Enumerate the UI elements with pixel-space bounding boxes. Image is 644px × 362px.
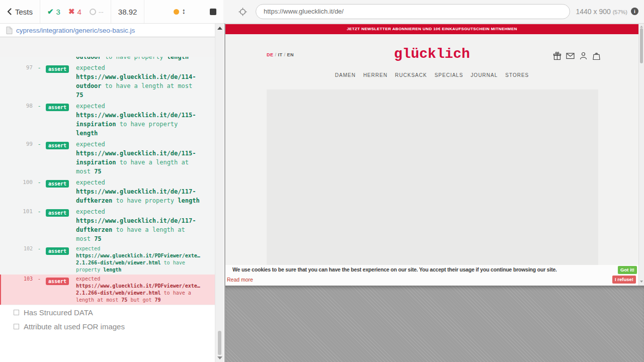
log-entry[interactable]: 101 - assert expected https://www.glueck… — [0, 206, 215, 244]
url-input[interactable]: https://www.gluecklich.it/de/ — [256, 4, 570, 19]
log-entry-dash: - — [33, 102, 46, 138]
nav-item[interactable]: DAMEN — [335, 72, 356, 78]
site-navigation: DAMENHERRENRUCKSACKSPECIALSJOURNALSTORES — [225, 72, 638, 78]
cookie-banner: We use cookies to be sure that you can h… — [225, 265, 638, 286]
file-icon — [6, 27, 13, 34]
gift-icon[interactable] — [553, 51, 561, 60]
site-scrollbar[interactable] — [638, 24, 644, 286]
pending-test-label: Attribute alt used FOR images — [24, 322, 125, 331]
stats-group: ✔ 3 ✖ 4 -- — [40, 0, 111, 23]
spec-file-row: cypress/integration/generic/seo-basic.js — [0, 24, 223, 38]
outside-viewport-hatch — [225, 286, 644, 362]
pending-tests-section: Has Strucured DATA Attribute alt used FO… — [0, 305, 215, 362]
assert-message: expected https://www.gluecklich.it/de/11… — [76, 102, 201, 138]
log-entry[interactable]: 98 - assert expected https://www.glueckl… — [0, 101, 215, 139]
back-to-tests-button[interactable]: Tests — [0, 0, 40, 23]
pending-test-row[interactable]: Attribute alt used FOR images — [0, 319, 215, 333]
nav-item[interactable]: HERREN — [363, 72, 387, 78]
pending-circle-icon — [90, 9, 96, 15]
passed-count: 3 — [56, 8, 60, 16]
stop-button[interactable] — [210, 9, 216, 15]
assert-message: expected https://www.gluecklich.it/de/11… — [76, 207, 201, 243]
nav-item[interactable]: RUCKSACK — [395, 72, 427, 78]
autoscroll-arrow-icon[interactable]: ↕ — [182, 7, 186, 15]
spec-file-path[interactable]: cypress/integration/generic/seo-basic.js — [16, 27, 135, 34]
cookie-accept-button[interactable]: Got it! — [618, 266, 637, 274]
log-entry[interactable]: 97 - assert expected https://www.glueckl… — [0, 62, 215, 101]
hero-image-placeholder — [267, 89, 598, 265]
scroll-down-arrow-icon[interactable] — [640, 281, 643, 283]
viewport-size-info: 1440 x 900 (57%) — [576, 8, 627, 16]
stat-failed[interactable]: ✖ 4 — [68, 7, 82, 16]
scrollbar-thumb[interactable] — [640, 28, 643, 63]
cypress-reporter-panel: Tests ✔ 3 ✖ 4 -- 38.92 ↕ — [0, 0, 223, 362]
log-entry[interactable]: 100 - assert expected https://www.glueck… — [0, 177, 215, 206]
assert-message: expected https://www.gluecklich.it/PDFvi… — [76, 245, 201, 274]
log-entry-number: 102 — [0, 245, 33, 274]
assert-message: expected https://www.gluecklich.it/PDFvi… — [76, 276, 201, 304]
log-entry-dash: - — [33, 63, 46, 100]
log-entry-number: 99 — [0, 140, 33, 176]
shopping-bag-icon[interactable] — [592, 51, 601, 60]
log-entry[interactable]: 103 - assert expected https://www.glueck… — [0, 275, 215, 305]
assert-message: expected https://www.gluecklich.it/de/11… — [76, 178, 201, 205]
selector-playground-icon[interactable] — [238, 8, 247, 16]
x-icon: ✖ — [68, 7, 75, 16]
log-entry[interactable]: 102 - assert expected https://www.glueck… — [0, 244, 215, 275]
duration-section: 38.92 — [111, 0, 145, 23]
log-entry[interactable]: 99 - assert expected https://www.glueckl… — [0, 139, 215, 177]
mail-icon[interactable] — [566, 51, 575, 60]
assert-message: expected https://www.gluecklich.it/de/11… — [76, 63, 201, 100]
log-entry-number: 98 — [0, 102, 33, 138]
autoscroll-indicator-dot — [174, 9, 179, 15]
log-entry-number: 101 — [0, 207, 33, 243]
scroll-down-arrow-icon[interactable] — [217, 356, 222, 359]
log-entry-dash: - — [33, 245, 46, 274]
check-icon: ✔ — [47, 7, 54, 16]
log-entry-number: 103 — [1, 276, 33, 304]
assert-message: expected https://www.gluecklich.it/de/11… — [76, 140, 201, 176]
chevron-left-icon — [7, 8, 12, 15]
scroll-up-arrow-icon[interactable] — [640, 26, 643, 28]
footer-strip — [0, 37, 215, 57]
cookie-refuse-button[interactable]: I refuse! — [612, 276, 636, 284]
browser-url-bar: https://www.gluecklich.it/de/ 1440 x 900… — [223, 0, 644, 24]
log-entry-dash: - — [33, 207, 46, 243]
back-to-tests-label: Tests — [15, 8, 33, 16]
pending-count: -- — [99, 8, 104, 16]
account-icon[interactable] — [579, 51, 588, 60]
reporter-scrollbar[interactable] — [215, 24, 223, 362]
reporter-toolbar: Tests ✔ 3 ✖ 4 -- 38.92 ↕ — [0, 0, 223, 24]
nav-item[interactable]: SPECIALS — [435, 72, 463, 78]
scrollbar-thumb[interactable] — [218, 331, 221, 355]
failed-count: 4 — [77, 8, 82, 16]
checkbox-icon — [14, 324, 19, 329]
log-entry-dash: - — [33, 276, 46, 304]
toolbar-right-section: ↕ — [144, 0, 223, 23]
assert-badge: assert — [46, 65, 69, 73]
assert-badge: assert — [46, 278, 69, 285]
command-log: 96 - assert expected https://www.glueckl… — [0, 38, 215, 305]
viewport-size: 1440 x 900 — [576, 8, 610, 16]
nav-item[interactable]: JOURNAL — [471, 72, 498, 78]
test-duration: 38.92 — [118, 8, 137, 16]
viewport-zoom-pct: (57%) — [613, 9, 627, 15]
cookie-read-more-link[interactable]: Read more — [227, 277, 253, 283]
newsletter-banner[interactable]: JETZT NEWSLETTER ABONNIEREN UND 10€ EINK… — [225, 24, 638, 34]
site-viewport: JETZT NEWSLETTER ABONNIEREN UND 10€ EINK… — [225, 24, 638, 286]
pending-test-row[interactable]: Has Strucured DATA — [0, 305, 215, 319]
header-icons — [553, 51, 601, 60]
scroll-up-arrow-icon[interactable] — [217, 27, 222, 30]
cookie-message: We use cookies to be sure that you can h… — [232, 266, 557, 273]
assert-badge: assert — [46, 247, 69, 255]
checkbox-icon — [14, 310, 19, 315]
runner-area: JETZT NEWSLETTER ABONNIEREN UND 10€ EINK… — [223, 24, 644, 362]
stat-pending[interactable]: -- — [90, 8, 104, 16]
assert-badge: assert — [46, 142, 69, 149]
viewport-info-icon[interactable]: i — [631, 8, 638, 15]
assert-badge: assert — [46, 104, 69, 111]
pending-test-label: Has Strucured DATA — [24, 308, 93, 317]
stat-passed[interactable]: ✔ 3 — [47, 7, 60, 16]
browser-pane: https://www.gluecklich.it/de/ 1440 x 900… — [223, 0, 644, 362]
nav-item[interactable]: STORES — [505, 72, 529, 78]
